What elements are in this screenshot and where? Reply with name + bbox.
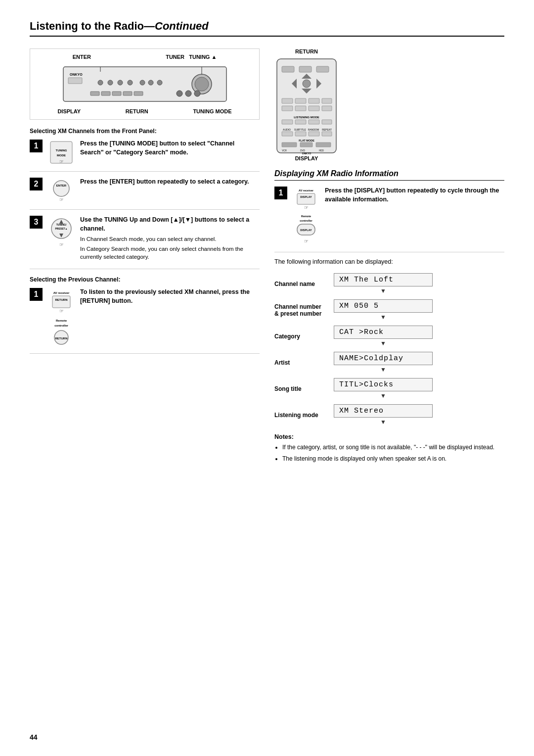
svg-text:VCR: VCR	[282, 149, 287, 152]
step-display-1-main-text: Press the [DISPLAY] button repeatedly to…	[325, 187, 504, 204]
channel-number-label: Channel number& preset number	[274, 303, 329, 317]
svg-text:FLAT MODE: FLAT MODE	[299, 139, 314, 142]
svg-text:☞: ☞	[59, 159, 64, 164]
display-bottom-label: DISPLAY	[57, 108, 81, 114]
channel-name-screen: XM The Loft	[334, 273, 433, 286]
step-display-1-content: Press the [DISPLAY] button repeatedly to…	[325, 187, 504, 206]
note-item-1: If the category, artist, or song title i…	[282, 443, 504, 452]
displaying-xm-title: Displaying XM Radio Information	[274, 169, 504, 181]
remote-svg: LISTENING MODE AUDIO SUBTITLE RANDOM REP…	[274, 56, 339, 155]
left-column: ENTER TUNER TUNING ▲ ONKYO	[30, 48, 260, 466]
step-1-xm: 1 TUNING MODE ☞ Press the [TUNING MODE] …	[30, 140, 260, 172]
svg-text:MODE: MODE	[57, 154, 66, 157]
diagram-bottom-labels: DISPLAY RETURN TUNING MODE	[35, 108, 254, 114]
step-2-main-text: Press the [ENTER] button repeatedly to s…	[80, 178, 260, 187]
svg-point-11	[195, 77, 209, 91]
svg-rect-56	[282, 106, 293, 111]
svg-text:controller: controller	[54, 324, 68, 327]
return-bottom-label: RETURN	[126, 108, 148, 114]
svg-rect-75	[300, 142, 312, 147]
svg-text:TUNING: TUNING	[56, 149, 67, 152]
step-2-content: Press the [ENTER] button repeatedly to s…	[80, 178, 260, 189]
svg-point-51	[303, 80, 311, 88]
selecting-previous-section: Selecting the Previous Channel: 1 AV rec…	[30, 276, 260, 354]
svg-text:controller: controller	[300, 219, 312, 222]
display-info-list: Channel name XM The Loft ▼ Channel numbe…	[274, 273, 504, 425]
svg-text:PRESET▲: PRESET▲	[55, 227, 68, 230]
svg-text:☞: ☞	[59, 242, 64, 247]
svg-rect-13	[101, 92, 110, 95]
svg-text:AV receiver: AV receiver	[299, 189, 314, 192]
svg-text:RANDOM: RANDOM	[308, 128, 319, 131]
svg-text:HDD: HDD	[319, 149, 324, 152]
svg-point-8	[148, 80, 153, 85]
step-prev-1-main-text: To listen to the previously selected XM …	[80, 288, 260, 305]
following-info-text: The following information can be display…	[274, 258, 504, 265]
svg-text:ONKYO: ONKYO	[70, 73, 83, 76]
selecting-xm-header: Selecting XM Channels from the Front Pan…	[30, 128, 260, 135]
notes-header: Notes:	[274, 433, 504, 440]
svg-text:DISPLAY: DISPLAY	[300, 229, 312, 232]
channel-number-screen: XM 050 5	[334, 299, 433, 313]
svg-text:DISPLAY: DISPLAY	[300, 195, 312, 198]
svg-rect-62	[295, 120, 306, 124]
svg-rect-76	[316, 142, 331, 147]
svg-text:☞: ☞	[304, 205, 309, 210]
svg-text:ONKYO: ONKYO	[302, 152, 311, 155]
channel-name-arrow: ▼	[334, 287, 433, 294]
page-number: 44	[30, 733, 38, 741]
notes-section: Notes: If the category, artist, or song …	[274, 433, 504, 463]
svg-rect-45	[299, 66, 312, 72]
category-label: Category	[274, 333, 329, 340]
svg-text:RETURN: RETURN	[55, 337, 68, 340]
step-3-content: Use the TUNING Up and Down [▲]/[▼] butto…	[80, 216, 260, 263]
note-item-2: The listening mode is displayed only whe…	[282, 455, 504, 463]
svg-rect-69	[282, 132, 293, 136]
front-panel-diagram: ENTER TUNER TUNING ▲ ONKYO	[30, 48, 260, 120]
step-1-content: Press the [TUNING MODE] button to select…	[80, 140, 260, 159]
svg-rect-53	[295, 98, 306, 103]
svg-text:☞: ☞	[59, 308, 64, 314]
artist-label: Artist	[274, 359, 329, 366]
step-number-3: 3	[30, 216, 43, 229]
svg-text:☞: ☞	[304, 238, 309, 244]
svg-rect-16	[134, 92, 143, 95]
song-title-screen: TITL>Clocks	[334, 378, 433, 391]
category-arrow: ▼	[334, 340, 433, 347]
listening-mode-label: Listening mode	[274, 412, 329, 419]
svg-rect-2	[68, 78, 82, 84]
notes-list: If the category, artist, or song title i…	[274, 443, 504, 463]
svg-rect-52	[282, 98, 293, 103]
page-title: Listening to the Radio—Continued	[30, 20, 504, 37]
svg-rect-54	[309, 98, 319, 103]
svg-text:RETURN: RETURN	[55, 298, 68, 301]
display-diagram-label: DISPLAY	[295, 155, 318, 161]
svg-text:☞: ☞	[59, 197, 64, 202]
svg-rect-55	[322, 98, 332, 103]
step-display-1-icon: AV receiver DISPLAY ☞ Remote controller …	[291, 187, 321, 246]
display-row-channel-number: Channel number& preset number XM 050 5 ▼	[274, 299, 504, 321]
step-3-xm: 3 TUNING/ PRESET▲ ☞ Use the TUNING Up an…	[30, 216, 260, 269]
svg-point-17	[177, 91, 182, 96]
svg-rect-15	[123, 92, 132, 95]
svg-point-4	[108, 80, 113, 85]
step-1-main-text: Press the [TUNING MODE] button to select…	[80, 140, 260, 157]
svg-rect-36	[52, 296, 70, 308]
listening-mode-screen: XM Stereo	[334, 404, 433, 418]
channel-name-label: Channel name	[274, 281, 329, 287]
enter-label: ENTER	[73, 54, 91, 60]
receiver-illustration: ONKYO	[61, 62, 229, 106]
display-row-artist: Artist NAME>Coldplay ▼	[274, 352, 504, 373]
svg-rect-58	[309, 106, 319, 111]
svg-rect-74	[282, 142, 297, 147]
svg-text:LISTENING MODE: LISTENING MODE	[294, 116, 319, 119]
svg-rect-64	[322, 120, 332, 124]
svg-rect-57	[295, 106, 306, 111]
step-3-sub-text-1: In Channel Search mode, you can select a…	[80, 235, 260, 243]
svg-rect-70	[295, 132, 306, 136]
step-number-prev-1: 1	[30, 288, 43, 301]
svg-rect-71	[309, 132, 319, 136]
step-number-display-1: 1	[274, 187, 287, 199]
artist-screen: NAME>Coldplay	[334, 352, 433, 365]
svg-rect-63	[309, 120, 319, 124]
